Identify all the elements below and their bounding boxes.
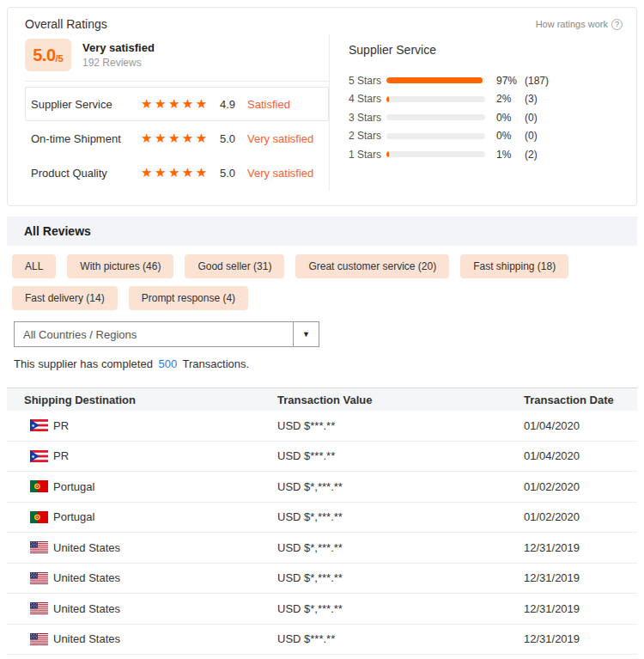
- us-flag-icon: [30, 572, 48, 584]
- review-filter-chip[interactable]: Great customer service (20): [295, 254, 449, 278]
- rating-status: Satisfied: [247, 98, 290, 111]
- country-name: Portugal: [53, 510, 94, 523]
- rating-value: 5.0: [216, 132, 247, 145]
- transaction-date: 12/31/2019: [524, 541, 637, 554]
- transaction-value: USD $*,***.**: [277, 541, 524, 554]
- transaction-value: USD $*,***.**: [277, 571, 524, 584]
- transaction-date: 01/04/2020: [524, 449, 637, 462]
- distribution-percent: 0%: [496, 112, 525, 124]
- transaction-value: USD $*,***.**: [277, 510, 524, 523]
- overall-ratings-card: Overall Ratings How ratings work ? 5.0 /…: [7, 7, 637, 206]
- review-filter-chip[interactable]: Fast delivery (14): [12, 286, 118, 310]
- transaction-value: USD $***.**: [277, 419, 524, 432]
- pr-flag-icon: ★: [30, 450, 48, 462]
- country-name: Portugal: [53, 480, 94, 493]
- country-region-selected-value: All Countries / Regions: [15, 322, 293, 346]
- table-row: United States USD $*,***.** 12/31/2019: [7, 564, 637, 595]
- country-name: United States: [53, 602, 120, 615]
- pr-flag-icon: ★: [30, 419, 48, 431]
- country-name: PR: [53, 419, 69, 432]
- table-row: Portugal USD $*,***.** 01/02/2020: [7, 503, 637, 534]
- rating-category-row[interactable]: Supplier Service ★★★★★ 4.9 Satisfied: [25, 87, 329, 121]
- distribution-bar-track: [386, 96, 485, 102]
- distribution-percent: 1%: [496, 149, 525, 161]
- transactions-text-after: Transactions.: [183, 357, 250, 370]
- rating-category-row[interactable]: Product Quality ★★★★★ 5.0 Very satisfied: [25, 156, 329, 190]
- chevron-down-icon: ▼: [293, 322, 319, 346]
- star-level-label: 5 Stars: [349, 75, 386, 87]
- all-reviews-header: All Reviews: [7, 217, 637, 246]
- transaction-date: 12/31/2019: [524, 571, 637, 584]
- transaction-date: 01/02/2020: [524, 510, 637, 523]
- overall-score-meta: Very satisfied 192 Reviews: [82, 41, 155, 69]
- distribution-bar-track: [386, 151, 485, 157]
- shipping-destination-cell: Portugal: [7, 480, 277, 493]
- header-transaction-date: Transaction Date: [524, 394, 637, 406]
- transactions-summary: This supplier has completed 500 Transact…: [14, 357, 644, 370]
- distribution-percent: 97%: [496, 75, 525, 87]
- review-filter-chip[interactable]: Prompt response (4): [129, 286, 248, 310]
- how-ratings-work-label: How ratings work: [536, 19, 608, 29]
- review-filter-chip[interactable]: ALL: [12, 254, 56, 278]
- rating-category-label: Supplier Service: [31, 98, 141, 111]
- distribution-count: (3): [525, 93, 538, 105]
- shipping-destination-cell: United States: [7, 632, 277, 645]
- distribution-count: (0): [525, 112, 538, 124]
- help-icon: ?: [611, 19, 623, 30]
- header-shipping-destination: Shipping Destination: [7, 394, 277, 406]
- distribution-bar-track: [386, 133, 485, 139]
- overall-ratings-title: Overall Ratings: [25, 17, 107, 31]
- star-rating-icons: ★★★★★: [141, 165, 216, 180]
- pt-flag-icon: [30, 480, 48, 492]
- distribution-bar-fill: [386, 96, 389, 102]
- shipping-destination-cell: United States: [7, 571, 277, 584]
- star-level-label: 2 Stars: [349, 130, 386, 142]
- distribution-bar-fill: [386, 151, 389, 157]
- rating-value: 5.0: [216, 167, 247, 180]
- table-row: Portugal USD $*,***.** 01/02/2020: [7, 472, 637, 503]
- transaction-value: USD $*,***.**: [277, 602, 524, 615]
- distribution-count: (2): [525, 149, 538, 161]
- star-distribution-row: 4 Stars 2% (3): [349, 90, 636, 109]
- star-distribution-title: Supplier Service: [349, 43, 636, 57]
- table-row: United States USD $*,***.** 12/31/2019: [7, 594, 637, 625]
- pt-flag-icon: [30, 511, 48, 523]
- transaction-value: USD $***.**: [277, 632, 524, 645]
- card-body: 5.0 /5 Very satisfied 192 Reviews Suppli…: [8, 34, 636, 191]
- transactions-count: 500: [158, 357, 177, 370]
- star-rating-icons: ★★★★★: [141, 131, 216, 146]
- star-rating-icons: ★★★★★: [141, 96, 216, 112]
- ratings-summary-panel: 5.0 /5 Very satisfied 192 Reviews Suppli…: [8, 34, 330, 191]
- star-distribution-row: 2 Stars 0% (0): [349, 127, 636, 146]
- transaction-date: 01/02/2020: [524, 480, 637, 493]
- distribution-percent: 0%: [496, 130, 525, 142]
- transaction-date: 12/31/2019: [524, 602, 637, 615]
- us-flag-icon: [30, 633, 48, 645]
- how-ratings-work-link[interactable]: How ratings work ?: [536, 19, 623, 30]
- star-level-label: 4 Stars: [349, 93, 386, 105]
- review-filter-chips: ALLWith pictures (46)Good seller (31)Gre…: [12, 254, 632, 310]
- shipping-destination-cell: United States: [7, 602, 277, 615]
- star-distribution-panel: Supplier Service 5 Stars 97% (187) 4 Sta…: [330, 34, 636, 191]
- overall-score-row: 5.0 /5 Very satisfied 192 Reviews: [25, 34, 329, 82]
- svg-text:★: ★: [31, 454, 35, 459]
- overall-score-suffix: /5: [56, 53, 64, 64]
- review-filter-chip[interactable]: Fast shipping (18): [460, 254, 568, 278]
- rating-status: Very satisfied: [247, 167, 313, 180]
- distribution-bar-track: [386, 77, 485, 83]
- overall-score-badge: 5.0 /5: [25, 39, 71, 71]
- distribution-count: (187): [525, 75, 549, 87]
- rating-category-row[interactable]: On-time Shipment ★★★★★ 5.0 Very satisfie…: [25, 121, 329, 156]
- country-region-select[interactable]: All Countries / Regions ▼: [14, 321, 319, 347]
- rating-category-label: Product Quality: [31, 167, 141, 180]
- distribution-count: (0): [525, 130, 538, 142]
- transaction-value: USD $***.**: [277, 449, 524, 462]
- review-filter-chip[interactable]: With pictures (46): [67, 254, 173, 278]
- shipping-destination-cell: ★ PR: [7, 419, 277, 432]
- star-distribution-row: 3 Stars 0% (0): [349, 108, 636, 127]
- shipping-destination-cell: United States: [7, 541, 277, 554]
- table-row: ★ PR USD $***.** 01/04/2020: [7, 411, 637, 442]
- review-filter-chip[interactable]: Good seller (31): [185, 254, 284, 278]
- rating-category-label: On-time Shipment: [31, 132, 141, 145]
- table-body: ★ PR USD $***.** 01/04/2020 ★ PR USD $**…: [7, 411, 637, 655]
